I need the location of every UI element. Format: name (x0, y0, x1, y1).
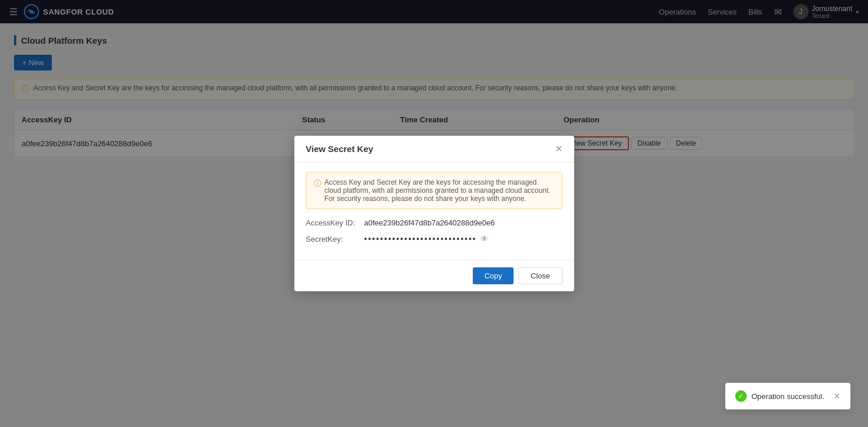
secret-key-row: •••••••••••••••••••••••••••• 👁 (364, 234, 489, 244)
secret-key-field-row: SecretKey: •••••••••••••••••••••••••••• … (306, 234, 563, 244)
secret-key-label: SecretKey: (306, 235, 364, 244)
access-key-field-row: AccessKey ID: a0fee239b26f47d8b7a2640288… (306, 218, 563, 227)
warning-icon: ⓘ (314, 178, 321, 189)
close-modal-button[interactable]: Close (518, 267, 562, 284)
modal-header: View Secret Key ✕ (294, 136, 574, 163)
secret-key-dots: •••••••••••••••••••••••••••• (364, 234, 477, 244)
modal-close-button[interactable]: ✕ (555, 144, 563, 154)
modal-footer: Copy Close (294, 260, 574, 291)
toggle-visibility-icon[interactable]: 👁 (480, 234, 489, 244)
access-key-label: AccessKey ID: (306, 218, 364, 227)
modal-body: ⓘ Access Key and Secret Key are the keys… (294, 163, 574, 260)
modal-title: View Secret Key (306, 144, 374, 154)
toast-close-button[interactable]: ✕ (834, 391, 841, 401)
modal-overlay[interactable]: View Secret Key ✕ ⓘ Access Key and Secre… (0, 0, 868, 427)
modal-warning-text: Access Key and Secret Key are the keys f… (325, 178, 555, 203)
modal-warning-banner: ⓘ Access Key and Secret Key are the keys… (306, 172, 563, 209)
toast-message: Operation successful. (751, 392, 824, 401)
toast-success-icon: ✓ (735, 390, 747, 402)
copy-button[interactable]: Copy (473, 267, 514, 284)
access-key-value: a0fee239b26f47d8b7a2640288d9e0e6 (364, 218, 495, 227)
toast-notification: ✓ Operation successful. ✕ (725, 383, 851, 410)
view-secret-key-modal: View Secret Key ✕ ⓘ Access Key and Secre… (294, 136, 574, 291)
